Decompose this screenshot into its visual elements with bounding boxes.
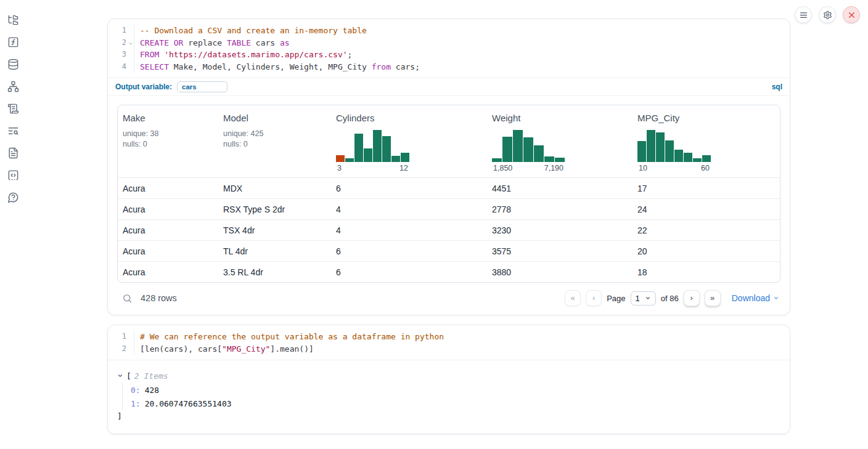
histogram-bar [513, 130, 523, 162]
table-cell: Acura [118, 178, 218, 198]
python-cell: 1# We can reference the output variable … [107, 325, 790, 434]
list-search-icon[interactable] [7, 124, 20, 137]
table-row[interactable]: Acura3.5 RL 4dr6388018 [118, 262, 780, 282]
settings-button[interactable] [819, 6, 836, 23]
download-label: Download [732, 293, 770, 303]
sql-output: Makeunique: 38nulls: 0Modelunique: 425nu… [108, 96, 790, 315]
fold-chevron-icon[interactable] [128, 41, 133, 46]
table-cell: 2778 [487, 199, 633, 219]
histogram-min-label: 3 [337, 164, 342, 172]
histogram-max-label: 7,190 [544, 164, 563, 172]
line-number: 2 [108, 37, 134, 49]
column-header[interactable]: MPG_City1060 [633, 105, 780, 177]
column-header[interactable]: Cylinders312 [331, 105, 487, 177]
chevron-down-icon [645, 295, 651, 301]
output-variable-input[interactable] [177, 81, 227, 92]
column-stats: unique: 38nulls: 0 [123, 129, 213, 149]
histogram-bar [502, 137, 512, 162]
table-cell: 3575 [487, 241, 633, 261]
histogram-max-label: 12 [399, 164, 408, 172]
table-row[interactable]: AcuraRSX Type S 2dr4277824 [118, 199, 780, 220]
tree-entry-key: 1: [131, 399, 141, 408]
histogram-bar [702, 155, 711, 162]
table-cell: Acura [118, 262, 218, 282]
table-cell: 22 [633, 220, 780, 240]
histogram-bar [544, 156, 554, 162]
table-cell: 4 [331, 220, 487, 240]
menu-button[interactable] [795, 6, 812, 23]
tree-entry: 0:428 [131, 383, 780, 397]
chevron-down-icon [773, 295, 779, 301]
help-chat-icon[interactable] [7, 191, 20, 203]
python-code-editor[interactable]: 1# We can reference the output variable … [108, 325, 790, 360]
collapse-chevron-icon[interactable] [117, 373, 123, 379]
histogram-bar [354, 134, 363, 162]
column-header[interactable]: Makeunique: 38nulls: 0 [118, 105, 218, 177]
dependencies-icon[interactable] [7, 80, 20, 92]
file-tree-icon[interactable] [7, 14, 20, 26]
histogram-bar [364, 148, 372, 162]
data-sources-icon[interactable] [7, 58, 20, 70]
line-number: 1 [108, 25, 134, 37]
code-line: 2[len(cars), cars["MPG_City"].mean()] [108, 343, 790, 355]
code-text: FROM 'https://datasets.marimo.app/cars.c… [134, 49, 352, 61]
table-row[interactable]: AcuraTL 4dr6357520 [118, 241, 780, 262]
table-cell: 3.5 RL 4dr [218, 262, 331, 282]
histogram-bar [345, 158, 354, 162]
table-row[interactable]: AcuraMDX6445117 [118, 178, 780, 199]
output-variable-label: Output variable: [115, 83, 172, 91]
line-number: 1 [108, 331, 134, 343]
tree-entry-value: 428 [145, 386, 159, 395]
histogram-min-label: 1,850 [493, 164, 512, 172]
logs-icon[interactable] [7, 102, 20, 115]
code-line: 4SELECT Make, Model, Cylinders, Weight, … [108, 61, 790, 73]
table-cell: 18 [633, 262, 780, 282]
first-page-button[interactable]: « [565, 290, 581, 306]
histogram-bar [534, 145, 544, 162]
code-text: # We can reference the output variable a… [134, 331, 444, 343]
table-cell: TSX 4dr [218, 220, 331, 240]
shutdown-button[interactable] [843, 6, 860, 23]
snippets-icon[interactable] [7, 169, 20, 181]
page-select[interactable]: 1 [631, 291, 656, 305]
topbar-actions [795, 6, 860, 23]
code-line: 1# We can reference the output variable … [108, 331, 790, 343]
histogram-bar [656, 132, 665, 162]
column-name: Model [223, 113, 326, 123]
tree-root-row: [ 2 Items [117, 370, 780, 382]
table-row[interactable]: AcuraTSX 4dr4323022 [118, 220, 780, 241]
download-button[interactable]: Download [732, 293, 779, 303]
column-header[interactable]: Weight1,8507,190 [487, 105, 633, 177]
tree-children: 0:4281:20.060747663551403 [122, 383, 780, 410]
column-name: Cylinders [336, 113, 482, 123]
close-bracket: ] [117, 411, 780, 424]
items-count-label: 2 Items [134, 371, 168, 381]
last-page-button[interactable]: » [705, 290, 721, 306]
table-cell: 20 [633, 241, 780, 261]
sql-code-editor[interactable]: 1-- Download a CSV and create an in-memo… [108, 19, 790, 78]
page-select-value: 1 [636, 294, 640, 303]
prev-page-button[interactable]: ‹ [586, 290, 602, 306]
language-label[interactable]: sql [772, 83, 782, 91]
column-name: Make [123, 113, 213, 123]
code-text: CREATE OR replace TABLE cars as [134, 37, 290, 49]
tree-entry: 1:20.060747663551403 [131, 397, 780, 410]
open-bracket: [ [126, 371, 131, 381]
next-page-button[interactable]: › [684, 290, 700, 306]
table-cell: 6 [331, 241, 487, 261]
code-text: [len(cars), cars["MPG_City"].mean()] [134, 343, 314, 355]
table-cell: TL 4dr [218, 241, 331, 261]
documentation-icon[interactable] [7, 147, 20, 159]
code-line: 3FROM 'https://datasets.marimo.app/cars.… [108, 49, 790, 61]
functions-icon[interactable] [7, 36, 20, 48]
gear-icon [823, 10, 832, 20]
column-name: Weight [492, 113, 628, 123]
column-histogram: 1,8507,190 [492, 130, 565, 172]
column-header[interactable]: Modelunique: 425nulls: 0 [218, 105, 331, 177]
histogram-bar [523, 137, 533, 162]
histogram-bar [674, 150, 683, 162]
table-cell: 17 [633, 178, 780, 198]
search-icon[interactable] [122, 293, 133, 304]
python-output-tree: [ 2 Items 0:4281:20.060747663551403 ] [108, 360, 790, 434]
table-body: AcuraMDX6445117AcuraRSX Type S 2dr427782… [118, 178, 780, 282]
